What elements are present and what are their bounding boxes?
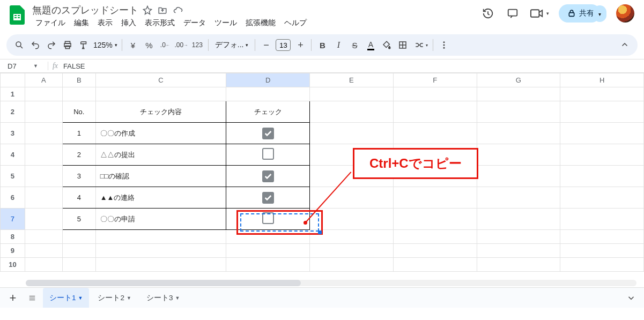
add-sheet-icon[interactable]: +	[4, 289, 21, 307]
menu-extensions[interactable]: 拡張機能	[242, 17, 279, 29]
sheet-tab-1[interactable]: シート1▼	[43, 288, 89, 308]
select-all-corner[interactable]	[1, 73, 25, 87]
decrease-decimal-icon[interactable]: .0←	[158, 38, 173, 53]
row-header-3[interactable]: 3	[1, 123, 25, 144]
sheet-tab-bar: + シート1▼ シート2▼ シート3▼	[0, 287, 644, 308]
sheet-tab-2[interactable]: シート2▼	[91, 288, 137, 308]
table-header-check[interactable]: チェック	[226, 101, 310, 123]
table-row[interactable]: 3	[62, 166, 95, 187]
table-header-content[interactable]: チェック内容	[95, 101, 226, 123]
table-row[interactable]: 4	[62, 187, 95, 209]
cloud-icon[interactable]	[173, 5, 183, 15]
star-icon[interactable]	[143, 5, 152, 15]
undo-icon[interactable]	[28, 38, 43, 53]
comment-icon[interactable]	[505, 6, 520, 21]
font-size-increase[interactable]: +	[293, 38, 308, 53]
col-header-G[interactable]: G	[477, 73, 560, 87]
font-size-decrease[interactable]: −	[258, 38, 273, 53]
redo-icon[interactable]	[44, 38, 59, 53]
history-icon[interactable]	[480, 6, 495, 21]
menu-help[interactable]: ヘルプ	[281, 17, 310, 29]
print-icon[interactable]	[60, 38, 75, 53]
row-header-1[interactable]: 1	[1, 87, 25, 101]
col-header-D[interactable]: D	[226, 73, 310, 87]
menu-format[interactable]: 表示形式	[142, 17, 178, 29]
table-row[interactable]: 2	[62, 144, 95, 166]
sheet-tab-3[interactable]: シート3▼	[140, 288, 186, 308]
col-header-C[interactable]: C	[95, 73, 226, 87]
search-icon[interactable]	[12, 38, 27, 53]
row-header-7[interactable]: 7	[1, 209, 25, 230]
share-label: 共有	[579, 9, 594, 18]
row-header-4[interactable]: 4	[1, 144, 25, 166]
table-row[interactable]: △△の提出	[95, 144, 226, 166]
menu-tools[interactable]: ツール	[211, 17, 240, 29]
table-row[interactable]: 5	[62, 209, 95, 230]
text-color-icon[interactable]: A	[363, 38, 378, 53]
toolbar: 125%▾ ¥ % .0← .00→ 123 デフォ...▾ − + B I S…	[6, 34, 638, 56]
table-checkbox[interactable]	[226, 123, 310, 144]
table-checkbox[interactable]	[226, 144, 310, 166]
name-box-dropdown[interactable]: ▼	[31, 63, 48, 69]
doc-title[interactable]: 無題のスプレッドシート	[32, 4, 138, 17]
currency-icon[interactable]: ¥	[125, 38, 140, 53]
fill-color-icon[interactable]	[379, 38, 394, 53]
all-sheets-icon[interactable]	[24, 289, 41, 307]
col-header-E[interactable]: E	[310, 73, 394, 87]
row-header-2[interactable]: 2	[1, 101, 25, 123]
menu-view[interactable]: 表示	[94, 17, 116, 29]
title-bar: 無題のスプレッドシート ファイル 編集 表示 挿入 表示形式 データ ツール 拡…	[0, 0, 644, 34]
svg-rect-0	[508, 10, 517, 16]
table-checkbox[interactable]	[226, 209, 310, 230]
move-icon[interactable]	[158, 5, 167, 15]
name-box[interactable]: D7	[0, 62, 31, 70]
col-header-F[interactable]: F	[393, 73, 477, 87]
table-row[interactable]: 〇〇の作成	[95, 123, 226, 144]
table-checkbox[interactable]	[226, 166, 310, 187]
menu-edit[interactable]: 編集	[71, 17, 92, 29]
borders-icon[interactable]	[395, 38, 410, 53]
account-avatar[interactable]	[616, 4, 634, 23]
selection-handle[interactable]	[318, 230, 322, 234]
table-header-no[interactable]: No.	[62, 101, 95, 123]
row-header-9[interactable]: 9	[1, 244, 25, 258]
menu-file[interactable]: ファイル	[32, 17, 69, 29]
merge-icon[interactable]: ▾	[411, 38, 430, 53]
table-row[interactable]: □□の確認	[95, 166, 226, 187]
row-header-6[interactable]: 6	[1, 187, 25, 209]
fx-icon: fx	[48, 62, 62, 70]
strikethrough-icon[interactable]: S	[347, 38, 362, 53]
col-header-H[interactable]: H	[560, 73, 644, 87]
row-header-10[interactable]: 10	[1, 258, 25, 272]
italic-icon[interactable]: I	[331, 38, 346, 53]
svg-point-8	[443, 41, 445, 43]
font-size-input[interactable]	[276, 39, 291, 51]
horizontal-scrollbar[interactable]	[26, 280, 636, 286]
formula-text[interactable]: FALSE	[62, 62, 85, 70]
font-select[interactable]: デフォ...▾	[212, 40, 252, 50]
bold-icon[interactable]: B	[315, 38, 330, 53]
table-row[interactable]: ▲▲の連絡	[95, 187, 226, 209]
explore-icon[interactable]	[623, 289, 640, 307]
paint-format-icon[interactable]	[76, 38, 91, 53]
meet-icon[interactable]: ▾	[530, 6, 549, 21]
zoom-select[interactable]: 125%▾	[92, 41, 119, 49]
collapse-toolbar-icon[interactable]	[617, 38, 632, 53]
row-header-8[interactable]: 8	[1, 230, 25, 244]
share-dropdown[interactable]: ▾	[593, 5, 606, 22]
table-row[interactable]: 〇〇の申請	[95, 209, 226, 230]
more-icon[interactable]	[436, 38, 451, 53]
table-row[interactable]: 1	[62, 123, 95, 144]
menu-data[interactable]: データ	[180, 17, 209, 29]
more-formats-icon[interactable]: 123	[190, 38, 205, 53]
col-header-A[interactable]: A	[25, 73, 62, 87]
scrollbar-thumb[interactable]	[26, 280, 301, 286]
menu-insert[interactable]: 挿入	[118, 17, 139, 29]
row-header-5[interactable]: 5	[1, 166, 25, 187]
col-header-B[interactable]: B	[62, 73, 95, 87]
table-checkbox[interactable]	[226, 187, 310, 209]
increase-decimal-icon[interactable]: .00→	[174, 38, 189, 53]
percent-icon[interactable]: %	[142, 38, 157, 53]
sheets-logo[interactable]	[6, 4, 28, 26]
grid[interactable]: A B C D E F G H 1 2 No. チェック内容 チェック 3 1 …	[0, 73, 644, 287]
